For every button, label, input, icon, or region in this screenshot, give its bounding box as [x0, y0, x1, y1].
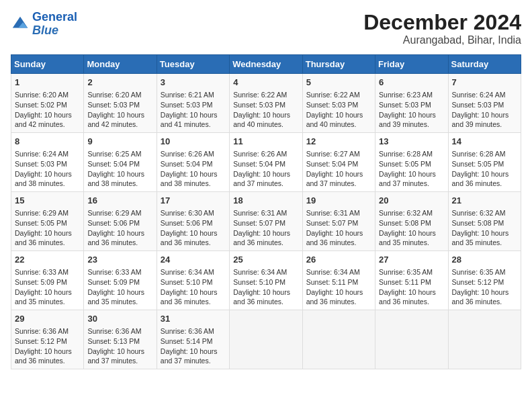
day-number: 17: [161, 195, 226, 207]
day-number: 29: [15, 313, 80, 325]
day-number: 2: [87, 77, 152, 89]
location-title: Aurangabad, Bihar, India: [363, 34, 521, 46]
day-number: 11: [233, 136, 298, 148]
calendar-cell: 29 Sunrise: 6:36 AM Sunset: 5:12 PM Dayl…: [11, 310, 84, 369]
day-number: 30: [87, 313, 152, 325]
header-cell-tuesday: Tuesday: [157, 55, 229, 74]
week-row-0: 1 Sunrise: 6:20 AM Sunset: 5:02 PM Dayli…: [11, 74, 521, 133]
sunset-label: Sunset: 5:05 PM: [15, 219, 67, 227]
sunset-label: Sunset: 5:12 PM: [452, 278, 504, 286]
daylight-label: Daylight: 10 hours and 37 minutes.: [87, 347, 144, 365]
calendar-cell: 28 Sunrise: 6:35 AM Sunset: 5:12 PM Dayl…: [448, 251, 521, 310]
sunrise-label: Sunrise: 6:24 AM: [452, 91, 506, 99]
daylight-label: Daylight: 10 hours and 37 minutes.: [161, 347, 218, 365]
day-number: 6: [379, 77, 444, 89]
title-block: December 2024 Aurangabad, Bihar, India: [363, 11, 521, 46]
daylight-label: Daylight: 10 hours and 38 minutes.: [87, 170, 144, 188]
daylight-label: Daylight: 10 hours and 35 minutes.: [452, 229, 509, 247]
week-row-4: 29 Sunrise: 6:36 AM Sunset: 5:12 PM Dayl…: [11, 310, 521, 369]
calendar-table: SundayMondayTuesdayWednesdayThursdayFrid…: [11, 54, 521, 369]
sunset-label: Sunset: 5:04 PM: [306, 160, 359, 168]
sunset-label: Sunset: 5:05 PM: [452, 160, 504, 168]
daylight-label: Daylight: 10 hours and 42 minutes.: [87, 111, 144, 129]
sunset-label: Sunset: 5:03 PM: [379, 101, 431, 109]
page-header: General Blue December 2024 Aurangabad, B…: [11, 11, 521, 46]
day-number: 15: [15, 195, 80, 207]
daylight-label: Daylight: 10 hours and 38 minutes.: [161, 170, 218, 188]
sunset-label: Sunset: 5:04 PM: [161, 160, 213, 168]
header-cell-sunday: Sunday: [11, 55, 84, 74]
calendar-cell: [230, 310, 302, 369]
sunset-label: Sunset: 5:14 PM: [161, 337, 213, 345]
header-cell-wednesday: Wednesday: [230, 55, 302, 74]
calendar-cell: 3 Sunrise: 6:21 AM Sunset: 5:03 PM Dayli…: [157, 74, 229, 133]
logo-line1: General: [32, 10, 77, 24]
logo: General Blue: [11, 11, 77, 38]
daylight-label: Daylight: 10 hours and 40 minutes.: [233, 111, 290, 129]
calendar-cell: 14 Sunrise: 6:28 AM Sunset: 5:05 PM Dayl…: [448, 133, 521, 192]
sunset-label: Sunset: 5:06 PM: [161, 219, 213, 227]
daylight-label: Daylight: 10 hours and 36 minutes.: [87, 229, 144, 247]
logo-icon: [11, 15, 30, 34]
day-number: 21: [452, 195, 517, 207]
sunset-label: Sunset: 5:04 PM: [87, 160, 140, 168]
calendar-cell: 18 Sunrise: 6:31 AM Sunset: 5:07 PM Dayl…: [230, 192, 302, 251]
daylight-label: Daylight: 10 hours and 36 minutes.: [161, 229, 218, 247]
calendar-cell: 5 Sunrise: 6:22 AM Sunset: 5:03 PM Dayli…: [302, 74, 375, 133]
calendar-cell: 2 Sunrise: 6:20 AM Sunset: 5:03 PM Dayli…: [84, 74, 157, 133]
daylight-label: Daylight: 10 hours and 39 minutes.: [452, 111, 509, 129]
calendar-cell: 31 Sunrise: 6:36 AM Sunset: 5:14 PM Dayl…: [157, 310, 229, 369]
logo-line2: Blue: [32, 24, 58, 37]
sunrise-label: Sunrise: 6:30 AM: [161, 209, 214, 217]
week-row-2: 15 Sunrise: 6:29 AM Sunset: 5:05 PM Dayl…: [11, 192, 521, 251]
calendar-cell: 7 Sunrise: 6:24 AM Sunset: 5:03 PM Dayli…: [448, 74, 521, 133]
sunrise-label: Sunrise: 6:31 AM: [306, 209, 360, 217]
sunrise-label: Sunrise: 6:25 AM: [87, 150, 141, 158]
sunrise-label: Sunrise: 6:35 AM: [452, 268, 506, 276]
sunset-label: Sunset: 5:10 PM: [161, 278, 213, 286]
daylight-label: Daylight: 10 hours and 37 minutes.: [306, 170, 363, 188]
daylight-label: Daylight: 10 hours and 38 minutes.: [15, 170, 72, 188]
sunset-label: Sunset: 5:09 PM: [15, 278, 67, 286]
sunrise-label: Sunrise: 6:34 AM: [306, 268, 360, 276]
day-number: 27: [379, 254, 444, 266]
sunset-label: Sunset: 5:13 PM: [87, 337, 140, 345]
day-number: 10: [161, 136, 226, 148]
month-title: December 2024: [363, 11, 521, 34]
daylight-label: Daylight: 10 hours and 35 minutes.: [15, 288, 72, 306]
calendar-cell: 23 Sunrise: 6:33 AM Sunset: 5:09 PM Dayl…: [84, 251, 157, 310]
day-number: 13: [379, 136, 444, 148]
sunrise-label: Sunrise: 6:22 AM: [306, 91, 360, 99]
sunrise-label: Sunrise: 6:20 AM: [15, 91, 69, 99]
header-cell-saturday: Saturday: [448, 55, 521, 74]
calendar-cell: 22 Sunrise: 6:33 AM Sunset: 5:09 PM Dayl…: [11, 251, 84, 310]
day-number: 4: [233, 77, 298, 89]
header-cell-monday: Monday: [84, 55, 157, 74]
sunrise-label: Sunrise: 6:34 AM: [233, 268, 287, 276]
sunrise-label: Sunrise: 6:29 AM: [87, 209, 141, 217]
sunrise-label: Sunrise: 6:28 AM: [379, 150, 433, 158]
sunset-label: Sunset: 5:12 PM: [15, 337, 67, 345]
sunrise-label: Sunrise: 6:27 AM: [306, 150, 360, 158]
daylight-label: Daylight: 10 hours and 37 minutes.: [233, 170, 290, 188]
calendar-cell: 16 Sunrise: 6:29 AM Sunset: 5:06 PM Dayl…: [84, 192, 157, 251]
sunset-label: Sunset: 5:03 PM: [161, 101, 213, 109]
calendar-cell: 19 Sunrise: 6:31 AM Sunset: 5:07 PM Dayl…: [302, 192, 375, 251]
calendar-cell: 8 Sunrise: 6:24 AM Sunset: 5:03 PM Dayli…: [11, 133, 84, 192]
sunset-label: Sunset: 5:11 PM: [306, 278, 359, 286]
sunset-label: Sunset: 5:08 PM: [379, 219, 431, 227]
logo-text: General Blue: [32, 11, 77, 38]
calendar-cell: 11 Sunrise: 6:26 AM Sunset: 5:04 PM Dayl…: [230, 133, 302, 192]
sunset-label: Sunset: 5:05 PM: [379, 160, 431, 168]
sunset-label: Sunset: 5:07 PM: [233, 219, 285, 227]
sunrise-label: Sunrise: 6:20 AM: [87, 91, 141, 99]
sunrise-label: Sunrise: 6:36 AM: [15, 327, 69, 335]
daylight-label: Daylight: 10 hours and 36 minutes.: [452, 288, 509, 306]
sunrise-label: Sunrise: 6:33 AM: [87, 268, 141, 276]
day-number: 22: [15, 254, 80, 266]
sunset-label: Sunset: 5:10 PM: [233, 278, 285, 286]
sunset-label: Sunset: 5:03 PM: [87, 101, 140, 109]
daylight-label: Daylight: 10 hours and 36 minutes.: [306, 288, 363, 306]
daylight-label: Daylight: 10 hours and 40 minutes.: [306, 111, 363, 129]
sunrise-label: Sunrise: 6:31 AM: [233, 209, 287, 217]
